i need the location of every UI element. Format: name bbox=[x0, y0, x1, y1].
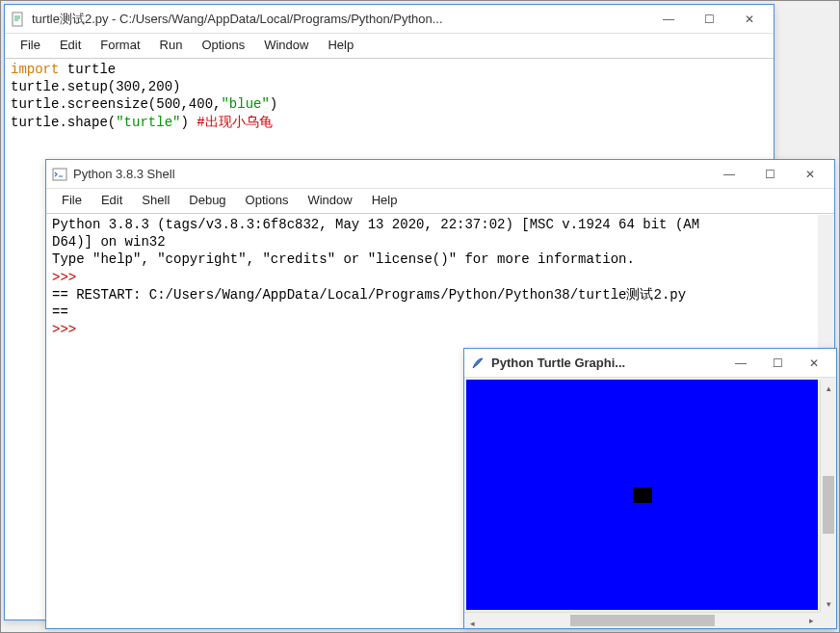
turtle-window-controls: — ☐ ✕ bbox=[722, 352, 832, 375]
svg-rect-7 bbox=[646, 498, 649, 501]
minimize-button[interactable]: — bbox=[709, 163, 749, 186]
scroll-right-arrow-icon[interactable]: ▸ bbox=[803, 613, 820, 628]
svg-rect-4 bbox=[636, 489, 639, 492]
menu-options[interactable]: Options bbox=[238, 191, 297, 209]
shell-output-area[interactable]: Python 3.8.3 (tags/v3.8.3:6f8c832, May 1… bbox=[46, 213, 834, 340]
scrollbar-thumb[interactable] bbox=[570, 615, 715, 626]
svg-point-3 bbox=[646, 492, 651, 497]
editor-title-text: turtle测试2.py - C:/Users/Wang/AppData/Loc… bbox=[32, 11, 648, 28]
svg-rect-6 bbox=[636, 498, 639, 501]
close-button[interactable]: ✕ bbox=[729, 8, 770, 31]
scrollbar-corner bbox=[820, 612, 836, 628]
shell-prompt: >>> bbox=[52, 322, 76, 337]
scrollbar-thumb[interactable] bbox=[823, 476, 834, 534]
menu-file[interactable]: File bbox=[54, 191, 90, 209]
code-text: ) bbox=[180, 115, 197, 130]
scroll-up-arrow-icon[interactable]: ▴ bbox=[821, 380, 836, 396]
shell-restart-line: == bbox=[52, 304, 68, 320]
editor-menubar: File Edit Format Run Options Window Help bbox=[5, 34, 774, 58]
maximize-button[interactable]: ☐ bbox=[759, 352, 796, 375]
python-shell-icon bbox=[52, 167, 67, 182]
maximize-button[interactable]: ☐ bbox=[689, 8, 729, 31]
menu-format[interactable]: Format bbox=[92, 36, 147, 54]
menu-help[interactable]: Help bbox=[320, 36, 361, 54]
string-literal: "blue" bbox=[221, 96, 269, 112]
tk-feather-icon bbox=[470, 356, 486, 371]
turtle-graphics-window: Python Turtle Graphi... — ☐ ✕ ▴ ▾ bbox=[463, 348, 837, 629]
maximize-button[interactable]: ☐ bbox=[749, 163, 790, 186]
code-text: turtle.setup(300,200) bbox=[11, 79, 180, 94]
code-text: turtle.shape( bbox=[11, 115, 116, 130]
turtle-titlebar: Python Turtle Graphi... — ☐ ✕ bbox=[464, 349, 836, 378]
shell-banner: Python 3.8.3 (tags/v3.8.3:6f8c832, May 1… bbox=[52, 217, 699, 232]
shell-prompt: >>> bbox=[52, 270, 76, 285]
close-button[interactable]: ✕ bbox=[796, 352, 832, 375]
svg-rect-5 bbox=[646, 489, 649, 492]
editor-window-controls: — ☐ ✕ bbox=[648, 8, 770, 31]
menu-run[interactable]: Run bbox=[152, 36, 191, 54]
turtle-title-text: Python Turtle Graphi... bbox=[491, 356, 722, 370]
menu-debug[interactable]: Debug bbox=[181, 191, 233, 209]
close-button[interactable]: ✕ bbox=[790, 163, 830, 186]
shell-title-text: Python 3.8.3 Shell bbox=[73, 167, 709, 181]
turtle-horizontal-scrollbar[interactable]: ◂ ▸ bbox=[464, 612, 820, 628]
scroll-down-arrow-icon[interactable]: ▾ bbox=[821, 595, 836, 612]
editor-titlebar: turtle测试2.py - C:/Users/Wang/AppData/Loc… bbox=[5, 5, 774, 34]
menu-options[interactable]: Options bbox=[194, 36, 252, 54]
keyword-import: import bbox=[11, 62, 59, 77]
shell-restart-line: == RESTART: C:/Users/Wang/AppData/Local/… bbox=[52, 287, 695, 303]
menu-window[interactable]: Window bbox=[256, 36, 316, 54]
code-text: turtle.screensize(500,400, bbox=[11, 96, 221, 112]
editor-code-area[interactable]: import turtle turtle.setup(300,200) turt… bbox=[5, 58, 774, 133]
python-file-icon bbox=[11, 12, 26, 27]
scroll-left-arrow-icon[interactable]: ◂ bbox=[464, 616, 481, 631]
code-text: turtle bbox=[59, 62, 116, 77]
svg-rect-1 bbox=[53, 169, 66, 180]
turtle-canvas bbox=[466, 380, 818, 610]
shell-banner: Type "help", "copyright", "credits" or "… bbox=[52, 251, 635, 267]
menu-edit[interactable]: Edit bbox=[52, 36, 89, 54]
comment: #出现小乌龟 bbox=[197, 115, 272, 130]
string-literal: "turtle" bbox=[116, 115, 180, 130]
menu-file[interactable]: File bbox=[13, 36, 48, 54]
shell-menubar: File Edit Shell Debug Options Window Hel… bbox=[46, 189, 834, 213]
menu-shell[interactable]: Shell bbox=[134, 191, 177, 209]
shell-window-controls: — ☐ ✕ bbox=[709, 163, 830, 186]
minimize-button[interactable]: — bbox=[648, 8, 689, 31]
menu-edit[interactable]: Edit bbox=[93, 191, 130, 209]
menu-help[interactable]: Help bbox=[364, 191, 406, 209]
menu-window[interactable]: Window bbox=[300, 191, 359, 209]
code-text: ) bbox=[270, 96, 277, 112]
svg-rect-0 bbox=[13, 13, 22, 26]
turtle-cursor-icon bbox=[633, 488, 652, 503]
turtle-vertical-scrollbar[interactable]: ▴ ▾ bbox=[820, 380, 836, 612]
shell-titlebar: Python 3.8.3 Shell — ☐ ✕ bbox=[46, 160, 834, 189]
shell-banner: D64)] on win32 bbox=[52, 234, 166, 250]
minimize-button[interactable]: — bbox=[722, 352, 759, 375]
